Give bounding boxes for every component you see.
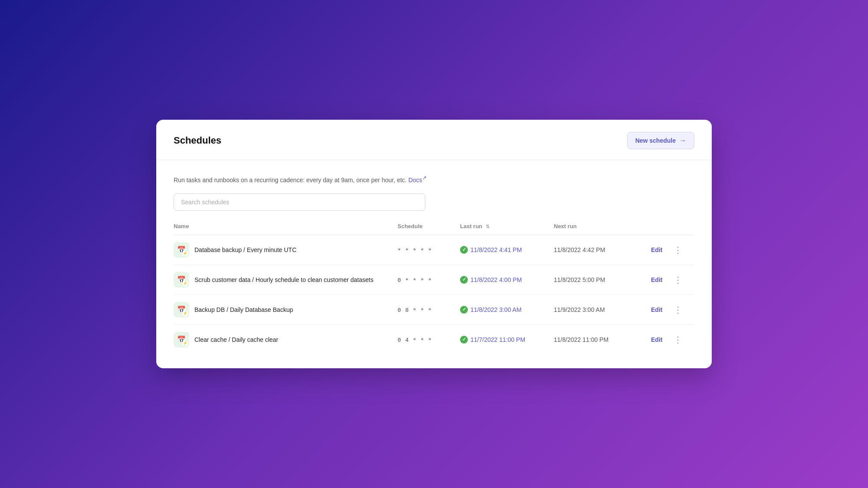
edit-button-2[interactable]: Edit	[648, 305, 666, 315]
nextrun-cell-3: 11/8/2022 11:00 PM	[549, 324, 642, 354]
lastrun-cell-1: 11/8/2022 4:00 PM	[455, 265, 549, 295]
nextrun-cell-2: 11/9/2022 3:00 AM	[549, 295, 642, 324]
actions-cell-3: Edit ⋮	[642, 324, 694, 354]
card-header: Schedules New schedule →	[156, 120, 712, 160]
schedule-code-2: 0 8 * * *	[398, 307, 432, 313]
search-container	[174, 193, 694, 211]
bolt-icon: ⚡	[182, 281, 188, 286]
success-badge-0	[460, 246, 468, 254]
success-badge-1	[460, 276, 468, 284]
row-name-3: Clear cache / Daily cache clear	[194, 336, 278, 343]
nextrun-cell-0: 11/8/2022 4:42 PM	[549, 235, 642, 265]
nextrun-time-1: 11/8/2022 5:00 PM	[554, 276, 605, 283]
success-badge-3	[460, 336, 468, 344]
row-name-1: Scrub customer data / Hourly schedule to…	[194, 276, 373, 283]
lastrun-cell-0: 11/8/2022 4:41 PM	[455, 235, 549, 265]
sort-icon: ⇅	[486, 224, 490, 229]
arrow-icon: →	[679, 137, 686, 144]
table-row: 📅 ⚡ Backup DB / Daily Database Backup 0 …	[174, 295, 694, 324]
col-header-name: Name	[174, 223, 392, 235]
bolt-icon: ⚡	[182, 251, 188, 256]
description-text: Run tasks and runbooks on a recurring ca…	[174, 174, 694, 185]
nextrun-time-0: 11/8/2022 4:42 PM	[554, 246, 605, 253]
actions-cell-0: Edit ⋮	[642, 235, 694, 265]
schedule-icon-2: 📅 ⚡	[174, 302, 189, 318]
schedule-cell-0: * * * * *	[392, 235, 455, 265]
success-badge-2	[460, 306, 468, 314]
actions-cell-1: Edit ⋮	[642, 265, 694, 295]
table-row: 📅 ⚡ Database backup / Every minute UTC *…	[174, 235, 694, 265]
search-input[interactable]	[174, 193, 425, 211]
col-header-lastrun[interactable]: Last run ⇅	[455, 223, 549, 235]
schedule-code-0: * * * * *	[398, 247, 432, 253]
edit-button-0[interactable]: Edit	[648, 245, 666, 255]
lastrun-time-3: 11/7/2022 11:00 PM	[470, 336, 525, 343]
schedule-icon-1: 📅 ⚡	[174, 272, 189, 288]
lastrun-cell-3: 11/7/2022 11:00 PM	[455, 324, 549, 354]
schedule-code-1: 0 * * * *	[398, 277, 432, 283]
nextrun-time-3: 11/8/2022 11:00 PM	[554, 336, 608, 343]
col-header-actions	[642, 223, 694, 235]
schedule-cell-2: 0 8 * * *	[392, 295, 455, 324]
name-cell-3: 📅 ⚡ Clear cache / Daily cache clear	[174, 324, 392, 354]
lastrun-time-1: 11/8/2022 4:00 PM	[470, 276, 522, 283]
col-header-schedule: Schedule	[392, 223, 455, 235]
more-button-1[interactable]: ⋮	[670, 274, 686, 286]
lastrun-time-2: 11/8/2022 3:00 AM	[470, 306, 522, 313]
page-title: Schedules	[174, 135, 221, 146]
name-cell-2: 📅 ⚡ Backup DB / Daily Database Backup	[174, 295, 392, 324]
schedule-icon-3: 📅 ⚡	[174, 332, 189, 347]
lastrun-cell-2: 11/8/2022 3:00 AM	[455, 295, 549, 324]
table-row: 📅 ⚡ Clear cache / Daily cache clear 0 4 …	[174, 324, 694, 354]
docs-link[interactable]: Docs↗	[408, 177, 427, 183]
schedules-table: Name Schedule Last run ⇅ Next run	[174, 223, 694, 354]
external-link-icon: ↗	[422, 175, 427, 181]
schedule-cell-1: 0 * * * *	[392, 265, 455, 295]
new-schedule-button[interactable]: New schedule →	[627, 132, 694, 149]
edit-button-1[interactable]: Edit	[648, 275, 666, 285]
name-cell-0: 📅 ⚡ Database backup / Every minute UTC	[174, 235, 392, 265]
more-button-2[interactable]: ⋮	[670, 304, 686, 316]
nextrun-cell-1: 11/8/2022 5:00 PM	[549, 265, 642, 295]
card-body: Run tasks and runbooks on a recurring ca…	[156, 160, 712, 368]
new-schedule-label: New schedule	[635, 137, 676, 144]
more-button-0[interactable]: ⋮	[670, 244, 686, 256]
edit-button-3[interactable]: Edit	[648, 334, 666, 345]
col-header-nextrun: Next run	[549, 223, 642, 235]
lastrun-time-0: 11/8/2022 4:41 PM	[470, 246, 522, 253]
row-name-2: Backup DB / Daily Database Backup	[194, 306, 293, 313]
more-button-3[interactable]: ⋮	[670, 334, 686, 346]
row-name-0: Database backup / Every minute UTC	[194, 246, 296, 253]
table-row: 📅 ⚡ Scrub customer data / Hourly schedul…	[174, 265, 694, 295]
schedule-code-3: 0 4 * * *	[398, 337, 432, 343]
bolt-icon: ⚡	[182, 341, 188, 346]
bolt-icon: ⚡	[182, 311, 188, 316]
name-cell-1: 📅 ⚡ Scrub customer data / Hourly schedul…	[174, 265, 392, 295]
actions-cell-2: Edit ⋮	[642, 295, 694, 324]
nextrun-time-2: 11/9/2022 3:00 AM	[554, 306, 605, 313]
schedule-icon-0: 📅 ⚡	[174, 242, 189, 258]
schedules-card: Schedules New schedule → Run tasks and r…	[156, 120, 712, 368]
schedule-cell-3: 0 4 * * *	[392, 324, 455, 354]
